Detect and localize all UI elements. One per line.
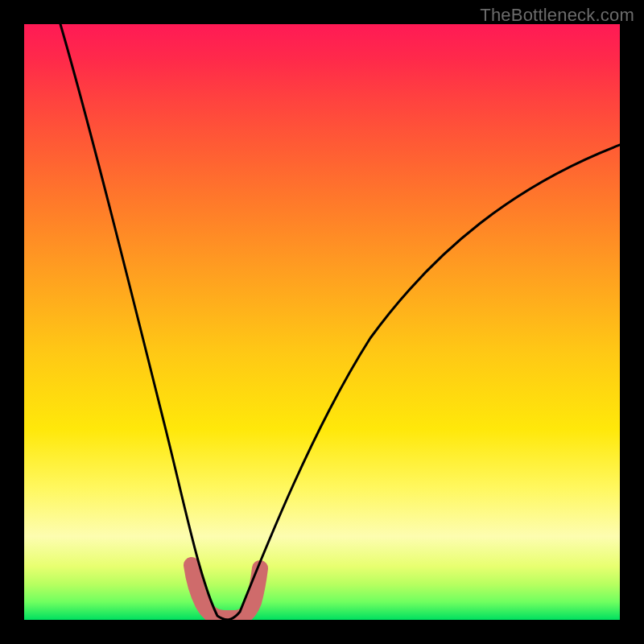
watermark-text: TheBottleneck.com: [480, 5, 634, 26]
chart-frame: TheBottleneck.com: [0, 0, 644, 644]
chart-svg: [24, 24, 620, 620]
plot-area: [24, 24, 620, 620]
bottleneck-curve: [60, 24, 620, 620]
